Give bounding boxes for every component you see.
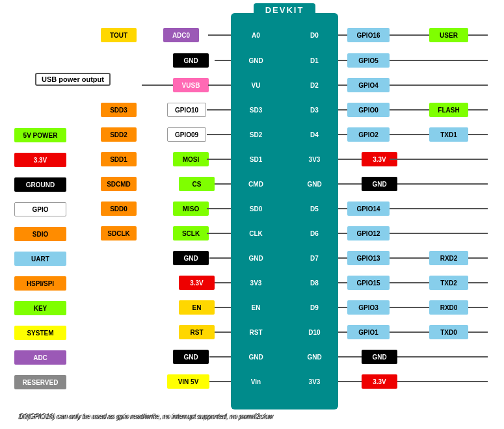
lc2-sdcmd: SDCMD bbox=[101, 177, 137, 191]
line-r2-flash bbox=[390, 109, 429, 110]
line-edge-gpio5 bbox=[390, 60, 488, 61]
chip-pin-D2: D2 bbox=[290, 78, 339, 92]
line-r-d2 bbox=[338, 84, 347, 86]
chip-pin-CMD: CMD bbox=[232, 177, 280, 191]
line-edge-gpio2 bbox=[390, 159, 488, 160]
line-l-gnd1 bbox=[215, 60, 231, 61]
legend-adc: ADC bbox=[14, 350, 66, 365]
chip-pin-GND1: GND bbox=[232, 53, 280, 68]
chip-pin-CLK: CLK bbox=[232, 226, 280, 240]
line-r-d3 bbox=[338, 109, 347, 110]
line-edge-user bbox=[468, 34, 488, 36]
chip-pin-D10: D10 bbox=[290, 325, 339, 339]
line-edge-gpio12 bbox=[390, 233, 488, 234]
rc1-gpio1: GPIO1 bbox=[347, 325, 390, 339]
chip-pin-A0: A0 bbox=[232, 28, 280, 42]
lc3-gnd3: GND bbox=[173, 350, 209, 364]
line-edge-gpio4 bbox=[390, 84, 488, 86]
lc3-gpio09: GPIO09 bbox=[167, 127, 206, 142]
lc3-miso: MISO bbox=[173, 202, 209, 216]
line-edge-gpio14 bbox=[390, 208, 488, 209]
lc3-en: EN bbox=[179, 300, 215, 315]
rc2-flash: FLASH bbox=[429, 103, 468, 117]
rc1-gpio13: GPIO13 bbox=[347, 251, 390, 265]
line-r-d4 bbox=[338, 134, 347, 135]
chip-pin-D0: D0 bbox=[290, 28, 339, 42]
rc1-gpio3: GPIO3 bbox=[347, 300, 390, 315]
legend-ground: GROUND bbox=[14, 177, 66, 192]
rc1-gpio12: GPIO12 bbox=[347, 226, 390, 240]
chip-pin-D7: D7 bbox=[290, 251, 339, 265]
line-r-d5 bbox=[338, 208, 347, 209]
legend-reserved: RESERVED bbox=[14, 375, 66, 389]
lc3-gnd1: GND bbox=[173, 53, 209, 68]
lc3-33v: 3.3V bbox=[179, 276, 215, 290]
lc2-tout: TOUT bbox=[101, 28, 137, 42]
line-l-vu bbox=[142, 84, 173, 86]
chip-pin-GND2: GND bbox=[232, 251, 280, 265]
chip-pin-VU: VU bbox=[232, 78, 280, 92]
rc1-gnd2: GND bbox=[362, 350, 397, 364]
line-r-d10 bbox=[338, 332, 347, 333]
lc3-mosi: MOSI bbox=[173, 152, 209, 166]
line-r-d7 bbox=[338, 257, 347, 259]
chip-pin-3V3R1: 3V3 bbox=[290, 152, 339, 166]
legend-system: SYSTEM bbox=[14, 326, 66, 340]
chip-pin-D8: D8 bbox=[290, 276, 339, 290]
lc3-rst: RST bbox=[179, 325, 215, 339]
chip-pin-3V3R2: 3V3 bbox=[290, 374, 339, 389]
chip-pin-3V3L: 3V3 bbox=[232, 276, 280, 290]
line-edge-gnd4 bbox=[397, 356, 488, 358]
chip-pin-SD2: SD2 bbox=[232, 127, 280, 142]
line-l-gnd3 bbox=[209, 356, 231, 358]
legend-33v: 3.3V bbox=[14, 153, 66, 167]
line-l-clk bbox=[207, 233, 231, 234]
line-r-d0 bbox=[338, 34, 347, 36]
line-l-sd0 bbox=[207, 208, 231, 209]
lc3-cs: CS bbox=[179, 177, 215, 191]
lc3-gpio10: GPIO10 bbox=[167, 103, 206, 117]
line-l-cmd bbox=[215, 183, 231, 185]
legend-uart: UART bbox=[14, 252, 66, 266]
line-l-vu2 bbox=[208, 84, 231, 86]
line-edge-txd1 bbox=[468, 134, 488, 135]
lc3-vusb: VUSB bbox=[173, 78, 209, 92]
legend-gpio: GPIO bbox=[14, 202, 66, 216]
usb-power-label: USB power output bbox=[35, 73, 111, 86]
chip-pin-D6: D6 bbox=[290, 226, 339, 240]
chip-pin-GND3: GND bbox=[232, 350, 280, 364]
line-l-vin bbox=[209, 381, 231, 382]
rc1-33v2: 3.3V bbox=[362, 374, 397, 389]
rc1-gpio16: GPIO16 bbox=[347, 28, 390, 42]
legend-5vpower: 5V POWER bbox=[14, 128, 66, 142]
line-edge-rxd0 bbox=[468, 307, 488, 308]
rc2-txd2: TXD2 bbox=[429, 276, 468, 290]
line-l-sd1 bbox=[207, 159, 231, 160]
legend-hspis: HSPI/SPI bbox=[14, 276, 66, 291]
line-edge-flash bbox=[468, 109, 488, 110]
lc2-sdd1: SDD1 bbox=[101, 152, 137, 166]
line-edge-txd0 bbox=[468, 332, 488, 333]
chip-pin-SD3: SD3 bbox=[232, 103, 280, 117]
line-edge-3v3b bbox=[397, 381, 488, 382]
line-r-d6 bbox=[338, 233, 347, 234]
lc2-sdd3: SDD3 bbox=[101, 103, 137, 117]
rc2-txd0: TXD0 bbox=[429, 325, 468, 339]
lc3-vin5v: VIN 5V bbox=[167, 374, 209, 389]
legend-sdio: SDIO bbox=[14, 227, 66, 241]
line-edge-rxd2 bbox=[468, 257, 488, 259]
chip-pin-D9: D9 bbox=[290, 300, 339, 315]
bottom-note: D0(GPIO16) can only be used as gpio read… bbox=[18, 413, 272, 421]
main-container: DEVKIT USB power output D0(GPIO16) can o… bbox=[0, 0, 504, 429]
rc2-txd1: TXD1 bbox=[429, 127, 468, 142]
chip-pin-EN: EN bbox=[232, 300, 280, 315]
line-r-3v3 bbox=[338, 159, 362, 160]
chip-pin-Vin: Vin bbox=[232, 374, 280, 389]
line-l-gnd2 bbox=[209, 257, 231, 259]
line-l-rst bbox=[215, 332, 231, 333]
lc2-sdd2: SDD2 bbox=[101, 127, 137, 142]
line-r2-rxd0 bbox=[390, 307, 429, 308]
line-r-d1 bbox=[338, 60, 347, 61]
rc2-rxd0: RXD0 bbox=[429, 300, 468, 315]
rc1-gpio14: GPIO14 bbox=[347, 202, 390, 216]
